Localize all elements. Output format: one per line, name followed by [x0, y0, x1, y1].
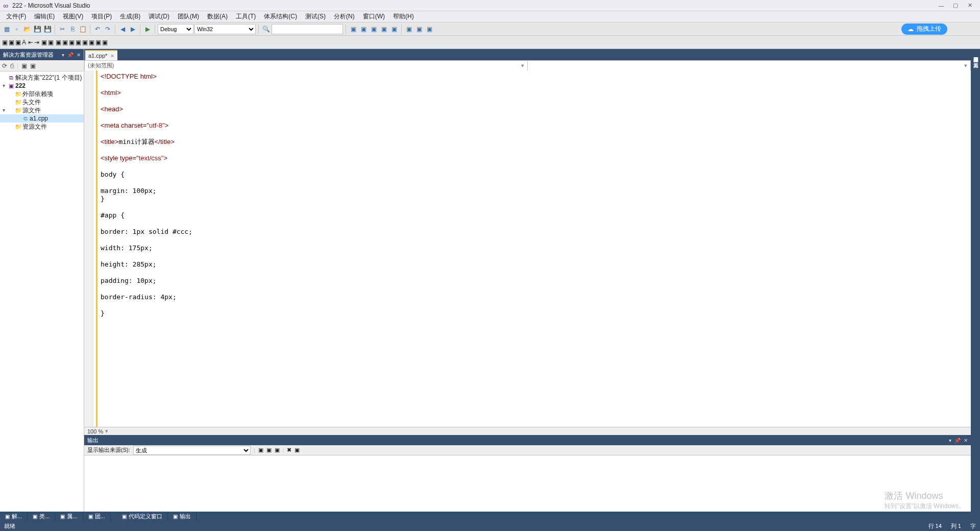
config-select[interactable]: Debug [158, 24, 193, 34]
folder-external[interactable]: 📁外部依赖项 [0, 90, 84, 98]
bottom-tab[interactable]: ▣解... [0, 512, 28, 521]
menu-item[interactable]: 分析(N) [330, 11, 359, 22]
bottom-tab[interactable]: ▣属... [55, 512, 83, 521]
cut-icon[interactable]: ✂ [58, 25, 67, 34]
file-tab-a1[interactable]: a1.cpp* ✕ [85, 50, 117, 60]
output-menu-icon[interactable]: ▾ [949, 438, 951, 443]
out-tb-3-icon[interactable]: ▣ [275, 447, 280, 453]
bottom-tab[interactable]: ▣团... [83, 512, 111, 521]
find-input[interactable] [272, 24, 343, 34]
save-icon[interactable]: 💾 [33, 25, 42, 34]
solution-tree[interactable]: ⧉解决方案"222"(1 个项目) ▾▣222 📁外部依赖项 📁头文件 ▾📁源文… [0, 71, 84, 512]
out-tb-2-icon[interactable]: ▣ [266, 447, 272, 453]
find-icon[interactable]: 🔍 [261, 25, 271, 34]
tb-extra-2-icon[interactable]: ▣ [359, 25, 368, 34]
sol-tb-3-icon[interactable]: ▣ [21, 62, 27, 69]
menu-item[interactable]: 体系结构(C) [260, 11, 301, 22]
panel-menu-icon[interactable]: ▾ [62, 52, 64, 58]
project-node[interactable]: ▾▣222 [0, 82, 84, 90]
paste-icon[interactable]: 📋 [78, 25, 87, 34]
out-tb-1-icon[interactable]: ▣ [258, 447, 263, 453]
folder-headers[interactable]: 📁头文件 [0, 98, 84, 106]
tb2-11-icon[interactable]: ▣ [69, 39, 75, 46]
tb-extra-5-icon[interactable]: ▣ [389, 25, 399, 34]
menu-item[interactable]: 测试(S) [301, 11, 330, 22]
sol-tb-2-icon[interactable]: ⎙ [10, 62, 14, 69]
new-file-icon[interactable]: ▫ [12, 25, 21, 34]
menu-item[interactable]: 数据(A) [203, 11, 232, 22]
close-button[interactable]: ✕ [963, 2, 977, 9]
tb2-2-icon[interactable]: ▣ [9, 39, 14, 46]
zoom-level[interactable]: 100 % [87, 428, 103, 435]
right-dock-tab-2[interactable]: 工具箱 [972, 57, 979, 61]
output-pin-icon[interactable]: 📌 [954, 438, 961, 443]
sol-tb-4-icon[interactable]: ▣ [30, 62, 36, 69]
minimize-button[interactable]: — [934, 3, 948, 9]
tab-close-icon[interactable]: ✕ [110, 53, 114, 59]
menu-item[interactable]: 窗口(W) [359, 11, 389, 22]
out-tb-5-icon[interactable]: ▣ [295, 447, 300, 453]
redo-icon[interactable]: ↷ [103, 25, 112, 34]
status-char: 字 [970, 522, 976, 530]
maximize-button[interactable]: ▢ [948, 2, 963, 9]
tb2-12-icon[interactable]: ▣ [76, 39, 81, 46]
out-tb-4-icon[interactable]: ✖ [287, 447, 291, 453]
indent-less-icon[interactable]: ⇤ [28, 39, 33, 46]
start-debug-icon[interactable]: ▶ [143, 25, 152, 34]
sol-tb-1-icon[interactable]: ⟳ [2, 62, 7, 69]
save-all-icon[interactable]: 💾 [43, 25, 52, 34]
nav-back-icon[interactable]: ◀ [118, 25, 127, 34]
tb2-14-icon[interactable]: ▣ [89, 39, 94, 46]
tb2-16-icon[interactable]: ▣ [102, 39, 108, 46]
tb-extra-4-icon[interactable]: ▣ [379, 25, 388, 34]
tb-extra-3-icon[interactable]: ▣ [369, 25, 378, 34]
menu-item[interactable]: 视图(V) [59, 11, 87, 22]
tb-extra-1-icon[interactable]: ▣ [349, 25, 358, 34]
tb2-15-icon[interactable]: ▣ [95, 39, 101, 46]
undo-icon[interactable]: ↶ [93, 25, 102, 34]
menu-item[interactable]: 调试(D) [144, 11, 174, 22]
code-editor[interactable]: <!DOCTYPE html> <html> <head> <meta char… [84, 70, 971, 427]
panel-pin-icon[interactable]: 📌 [67, 52, 74, 58]
output-body[interactable]: 激活 Windows 转到"设置"以激活 Windows。 [84, 455, 971, 512]
uncomment-icon[interactable]: ▣ [48, 39, 54, 46]
file-a1-cpp[interactable]: ⧉a1.cpp [0, 114, 84, 123]
folder-resource[interactable]: 📁资源文件 [0, 123, 84, 131]
panel-close-icon[interactable]: ✕ [77, 52, 81, 58]
tb-extra-7-icon[interactable]: ▣ [414, 25, 424, 34]
copy-icon[interactable]: ⎘ [68, 25, 77, 34]
menu-item[interactable]: 生成(B) [116, 11, 144, 22]
member-dropdown[interactable]: ▾ [527, 60, 971, 70]
upload-button[interactable]: ☁ 拖拽上传 [901, 23, 947, 35]
bottom-tab[interactable]: ▣输出 [168, 512, 197, 521]
menu-item[interactable]: 工具(T) [232, 11, 260, 22]
right-dock: 服务器资源管理器 工具箱 [971, 49, 980, 512]
tb2-3-icon[interactable]: ▣ [15, 39, 21, 46]
nav-fwd-icon[interactable]: ▶ [128, 25, 137, 34]
bottom-tab[interactable]: ▣代码定义窗口 [117, 512, 168, 521]
menu-item[interactable]: 项目(P) [87, 11, 116, 22]
bookmark-icon[interactable]: ▣ [56, 39, 61, 46]
menu-item[interactable]: 编辑(E) [30, 11, 59, 22]
tb-extra-8-icon[interactable]: ▣ [425, 25, 434, 34]
open-icon[interactable]: 📂 [22, 25, 32, 34]
folder-source[interactable]: ▾📁源文件 [0, 106, 84, 114]
tb2-13-icon[interactable]: ▣ [82, 39, 88, 46]
indent-more-icon[interactable]: ⇥ [34, 39, 39, 46]
right-dock-tab-1[interactable]: 服务器资源管理器 [972, 51, 979, 55]
tb2-4-icon[interactable]: A [22, 39, 26, 46]
tb2-1-icon[interactable]: ▣ [2, 39, 8, 46]
menu-item[interactable]: 文件(F) [2, 11, 30, 22]
comment-icon[interactable]: ▣ [41, 39, 47, 46]
scope-dropdown[interactable]: (未知范围)▾ [84, 60, 527, 70]
platform-select[interactable]: Win32 [194, 24, 256, 34]
menu-item[interactable]: 帮助(H) [389, 11, 418, 22]
output-close-icon[interactable]: ✕ [964, 438, 968, 443]
output-src-select[interactable]: 生成 [133, 446, 251, 455]
new-project-icon[interactable]: ▦ [2, 25, 11, 34]
menu-item[interactable]: 团队(M) [174, 11, 203, 22]
solution-node[interactable]: ⧉解决方案"222"(1 个项目) [0, 74, 84, 82]
bottom-tab[interactable]: ▣类... [28, 512, 55, 521]
tb2-10-icon[interactable]: ▣ [62, 39, 68, 46]
tb-extra-6-icon[interactable]: ▣ [404, 25, 413, 34]
